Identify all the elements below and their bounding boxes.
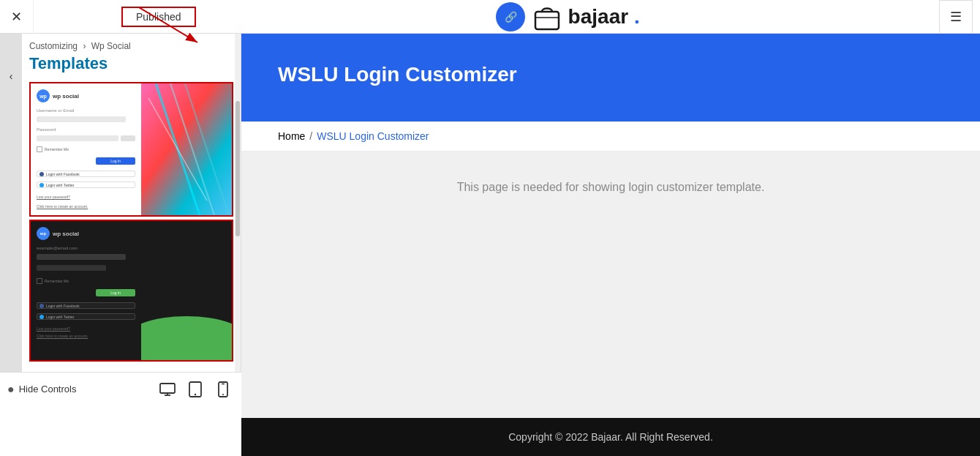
close-button[interactable]: ✕	[0, 0, 34, 34]
brand-name: bajaar	[568, 5, 629, 29]
tablet-icon	[189, 381, 202, 397]
hero-title: WSLU Login Customizer	[278, 63, 943, 86]
hide-icon: ●	[7, 383, 15, 396]
sidebar-title: Templates	[29, 54, 233, 73]
hide-controls-button[interactable]: ● Hide Controls	[7, 383, 76, 396]
mobile-view-button[interactable]	[212, 378, 234, 400]
sidebar-back-button[interactable]: ‹	[0, 34, 22, 372]
breadcrumb-parent[interactable]: Customizing	[29, 41, 78, 51]
breadcrumb-home: Home	[278, 130, 305, 142]
bottom-controls: ● Hide Controls	[0, 372, 241, 405]
sidebar-content: Customizing › Wp Social Templates wp wp …	[22, 34, 241, 372]
svg-point-17	[222, 394, 224, 395]
brand-icon: 🔗	[495, 1, 526, 32]
breadcrumb-separator: /	[309, 130, 312, 142]
bag-icon	[532, 1, 562, 32]
page-message: This page is needed for showing login cu…	[457, 181, 765, 194]
breadcrumb: Customizing › Wp Social	[29, 41, 233, 51]
footer-text: Copyright © 2022 Bajaar. All Right Reser…	[508, 431, 713, 443]
site-footer: Copyright © 2022 Bajaar. All Right Reser…	[241, 418, 980, 456]
hero-section: WSLU Login Customizer	[241, 34, 980, 123]
page-content: This page is needed for showing login cu…	[241, 152, 980, 418]
sidebar-scrollbar[interactable]	[235, 34, 241, 372]
brand-dot: .	[634, 5, 640, 29]
menu-button[interactable]: ☰	[939, 0, 973, 34]
published-button[interactable]: Published	[121, 7, 196, 27]
brand-area: 🔗 bajaar.	[196, 1, 940, 32]
device-buttons	[157, 378, 234, 400]
main-layout: ‹ Customizing › Wp Social Templates	[0, 34, 980, 456]
tablet-view-button[interactable]	[184, 378, 206, 400]
svg-rect-11	[160, 384, 175, 393]
desktop-view-button[interactable]	[157, 378, 178, 400]
breadcrumb-page: WSLU Login Customizer	[317, 130, 429, 142]
top-bar: ✕ Published 🔗	[0, 0, 980, 34]
svg-rect-6	[141, 83, 232, 215]
mobile-icon	[218, 381, 228, 397]
svg-point-15	[195, 393, 196, 395]
svg-rect-4	[535, 12, 559, 29]
svg-text:🔗: 🔗	[504, 11, 517, 23]
template-card-light[interactable]: wp wp social Username or Email Password	[29, 82, 233, 217]
desktop-icon	[159, 383, 176, 396]
page-breadcrumb: Home / WSLU Login Customizer	[241, 122, 980, 152]
sidebar-scrollbar-thumb	[235, 101, 240, 236]
template-light-decoration	[141, 83, 232, 215]
template-card-dark[interactable]: wp wp social example@email.com Remember …	[29, 220, 233, 362]
content-area: WSLU Login Customizer Home / WSLU Login …	[241, 34, 980, 456]
sidebar: ‹ Customizing › Wp Social Templates	[0, 34, 241, 372]
